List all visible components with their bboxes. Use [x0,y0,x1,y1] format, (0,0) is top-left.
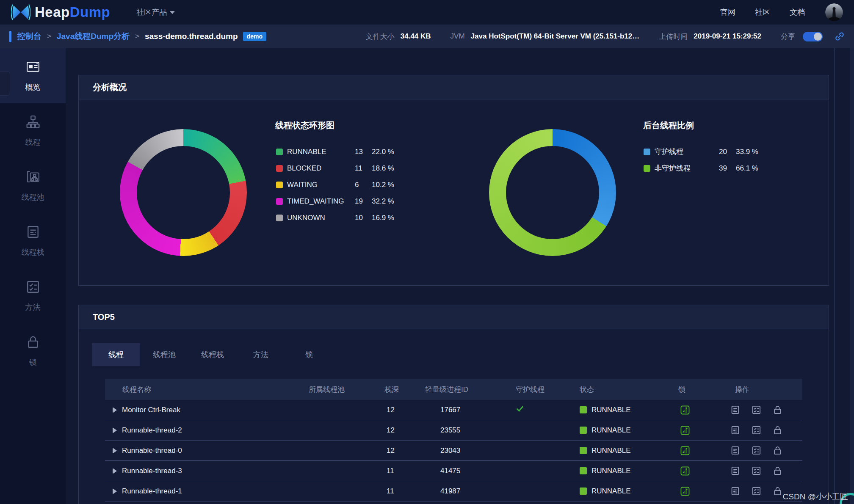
method-action-icon[interactable] [752,425,761,435]
upload-time-label: 上传时间 [659,32,688,41]
top5-table: 线程名称 所属线程池 栈深 轻量级进程ID 守护线程 状态 锁 操作 Monit… [105,379,802,501]
sidebar-item-thread-pools[interactable]: 线程池 [0,158,66,213]
legend-count: 10 [355,214,368,222]
legend-item[interactable]: BLOCKED1118.6 % [276,160,394,176]
status-swatch [580,467,587,474]
lock-action-icon[interactable] [773,405,782,415]
lwp-id-cell: 17667 [408,406,495,414]
nav-link-docs[interactable]: 文档 [790,7,805,17]
community-products-label: 社区产品 [136,7,167,17]
method-action-icon[interactable] [752,405,761,415]
expand-caret-icon[interactable] [113,407,117,413]
method-action-icon[interactable] [752,446,761,455]
lock-chart-icon[interactable] [680,425,690,435]
jvm-label: JVM [450,32,465,41]
stack-depth-cell: 12 [363,406,408,414]
lock-chart-icon[interactable] [680,466,690,476]
sidebar-item-locks[interactable]: 锁 [0,323,66,378]
stack-action-icon[interactable] [730,466,740,476]
method-action-icon[interactable] [752,466,761,476]
tab-locks[interactable]: 锁 [285,343,333,366]
legend-swatch [276,198,283,205]
jvm-value: Java HotSpot(TM) 64-Bit Server VM (25.15… [471,32,640,41]
nav-link-official-site[interactable]: 官网 [720,7,735,17]
stack-depth-cell: 11 [363,487,408,496]
breadcrumb-separator: > [135,32,139,41]
heapdump-logo[interactable]: HeapDump [11,3,110,21]
legend-count: 39 [719,164,732,173]
top-navbar: HeapDump 社区产品 官网 社区 文档 [0,0,854,25]
share-toggle[interactable] [803,32,823,41]
tab-thread-pools[interactable]: 线程池 [140,343,188,366]
stack-action-icon[interactable] [730,405,740,415]
legend-item[interactable]: 守护线程2033.9 % [644,143,758,160]
legend-percent: 66.1 % [736,164,758,173]
legend-percent: 18.6 % [372,164,394,173]
col-stack-depth: 栈深 [363,385,408,394]
share-link-icon[interactable] [835,31,845,41]
breadcrumb-console[interactable]: 控制台 [17,31,41,42]
accent-bar [9,31,11,42]
table-row[interactable]: Monitor Ctrl-Break1217667RUNNABLE [105,400,802,420]
status-badge: RUNNABLE [564,487,664,496]
method-action-icon[interactable] [752,486,761,496]
page-scrollbar[interactable] [850,48,854,504]
community-products-menu[interactable]: 社区产品 [136,7,175,17]
lock-action-icon[interactable] [773,425,782,435]
lock-chart-icon[interactable] [680,405,690,415]
panel-title: 分析概况 [79,75,829,99]
sidebar-item-methods[interactable]: 方法 [0,268,66,323]
lwp-id-cell: 23555 [408,426,495,435]
lock-action-icon[interactable] [773,446,782,455]
nav-link-community[interactable]: 社区 [755,7,770,17]
legend-item[interactable]: UNKNOWN1016.9 % [276,209,394,226]
lock-action-icon[interactable] [773,466,782,476]
expand-caret-icon[interactable] [113,468,117,474]
expand-caret-icon[interactable] [113,427,117,433]
stack-depth-cell: 12 [363,426,408,435]
breadcrumb-separator: > [47,32,51,41]
user-avatar[interactable] [825,3,843,21]
table-row[interactable]: Runnable-thread-21223555RUNNABLE [105,420,802,441]
butterfly-logo-icon [11,3,30,21]
tab-threads[interactable]: 线程 [92,343,140,366]
status-swatch [580,447,587,454]
sidebar-item-thread-stacks[interactable]: 线程栈 [0,213,66,268]
daemon-ratio-chart-title: 后台线程比例 [643,120,694,131]
legend-item[interactable]: RUNNABLE1322.0 % [276,143,394,160]
stack-action-icon[interactable] [730,446,740,455]
daemon-ratio-legend: 守护线程2033.9 %非守护线程3966.1 % [644,143,758,176]
sidebar-collapse-handle[interactable] [0,71,10,96]
table-row[interactable]: Runnable-thread-31141475RUNNABLE [105,461,802,481]
chevron-down-icon [170,11,175,14]
legend-percent: 16.9 % [372,214,394,222]
legend-item[interactable]: 非守护线程3966.1 % [644,160,758,176]
breadcrumb-thread-dump-analysis[interactable]: Java线程Dump分析 [57,31,130,42]
table-row[interactable]: Runnable-thread-01223043RUNNABLE [105,441,802,461]
stack-action-icon[interactable] [730,425,740,435]
status-badge: RUNNABLE [564,426,664,435]
status-swatch [580,487,587,495]
lock-action-icon[interactable] [773,486,782,496]
expand-caret-icon[interactable] [113,488,117,494]
upload-time-value: 2019-09-21 15:29:52 [694,32,761,41]
tab-methods[interactable]: 方法 [237,343,285,366]
legend-percent: 22.0 % [372,148,394,156]
stack-action-icon[interactable] [730,486,740,496]
demo-badge: demo [243,32,266,41]
legend-item[interactable]: TIMED_WAITING1932.2 % [276,193,394,209]
overview-icon [26,60,40,76]
expand-caret-icon[interactable] [113,448,117,454]
col-status: 状态 [564,385,664,394]
sidebar-item-threads[interactable]: 线程 [0,103,66,158]
lock-chart-icon[interactable] [680,446,690,456]
legend-label: WAITING [287,181,351,189]
lock-chart-icon[interactable] [680,486,690,496]
col-thread-name: 线程名称 [105,385,298,394]
main-content: 分析概况 线程状态环形图 RUNNABLE1322.0 %BLOCKED1118… [66,48,854,504]
status-badge: RUNNABLE [564,446,664,455]
legend-item[interactable]: WAITING610.2 % [276,176,394,193]
table-row[interactable]: Runnable-thread-11141987RUNNABLE [105,481,802,501]
tab-thread-stacks[interactable]: 线程栈 [188,343,237,366]
thread-name: Runnable-thread-0 [122,446,182,455]
